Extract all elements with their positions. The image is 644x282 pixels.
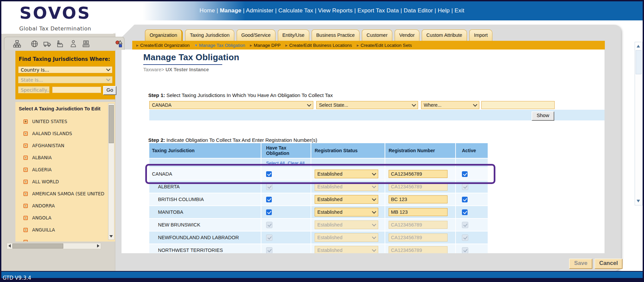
list-item[interactable]: ALL WORLD (23, 178, 59, 185)
list-item[interactable]: ANDORRA (23, 202, 55, 209)
tab-custom-attribute[interactable]: Custom Attribute (422, 29, 467, 41)
jurisdiction-cell: ALBERTA (149, 181, 261, 193)
regnum-cell (385, 206, 456, 218)
nav-manage[interactable]: Manage (215, 7, 241, 14)
step1-label-text: Select Taxing Jurisdictions In Which You… (166, 92, 333, 98)
scrollbar-thumb[interactable] (109, 105, 114, 143)
list-item-united-states[interactable]: +UNITED STATES (23, 118, 67, 125)
tab-entity-use[interactable]: Entity/Use (278, 29, 309, 41)
active-cell (456, 219, 488, 231)
list-item[interactable]: AALAND ISLANDS (23, 130, 72, 137)
list-item[interactable]: AMERICAN SAMOA (SEE UNITED (23, 190, 104, 197)
list-item[interactable]: ALBANIA (23, 154, 52, 161)
list-item[interactable] (23, 239, 32, 242)
tab-import[interactable]: Import (469, 29, 492, 41)
globe-icon[interactable] (30, 40, 38, 48)
select-all-link[interactable]: Select All (266, 161, 285, 166)
step1-country-select[interactable]: CANADA (149, 101, 313, 109)
tab-vendor[interactable]: Vendor (395, 29, 419, 41)
cancel-button[interactable]: Cancel (594, 259, 623, 269)
org-hierarchy-icon[interactable] (13, 40, 21, 48)
nav-exit[interactable]: Exit (450, 7, 465, 14)
registration-status-select[interactable]: Established (315, 195, 378, 204)
jurisdiction-label: NEWFOUNDLAND AND LABRADOR (158, 235, 239, 240)
scrollbar-thumb[interactable] (12, 244, 63, 249)
tab-taxing-jurisdiction[interactable]: Taxing Jurisdiction (185, 29, 234, 41)
active-checkbox[interactable] (462, 209, 468, 215)
active-checkbox[interactable] (462, 197, 468, 202)
status-cell: Established (311, 219, 385, 231)
breadcrumb-label: Create/Edit Organization (140, 43, 190, 48)
nav-home[interactable]: Home (199, 7, 215, 14)
active-cell (456, 231, 488, 244)
tab-customer[interactable]: Customer (362, 29, 392, 41)
have-tax-checkbox[interactable] (266, 171, 272, 177)
list-item-label: ALBANIA (32, 155, 52, 160)
breadcrumb-manage-dpp[interactable]: ▶Manage DPP (250, 43, 280, 48)
step1-where-select[interactable]: Where... (421, 101, 479, 109)
registration-status-select[interactable]: Established (315, 170, 378, 178)
nav-data-editor[interactable]: Data Editor (399, 7, 433, 14)
registration-status-select: Established (315, 182, 378, 191)
breadcrumb-create-edit-business-locations[interactable]: ▶Create/Edit Business Locations (285, 43, 352, 48)
scroll-down-arrow-icon[interactable] (109, 235, 113, 238)
truck-icon[interactable] (43, 40, 51, 48)
jurisdiction-label: MANITOBA (158, 209, 183, 215)
state-select: State Is... (18, 76, 112, 83)
nav-help[interactable]: Help (433, 7, 450, 14)
step1-filter-input[interactable] (481, 101, 555, 109)
page-vertical-scrollbar[interactable] (635, 42, 643, 205)
registration-status-select[interactable]: Established (315, 208, 378, 216)
nav-administer[interactable]: Administer (241, 7, 273, 14)
cash-register-icon[interactable] (82, 40, 90, 48)
factory-icon[interactable] (57, 40, 65, 48)
registration-number-input[interactable] (389, 195, 448, 203)
arrow-right-icon: ▶ (357, 43, 359, 47)
save-button[interactable]: Save (569, 259, 592, 269)
have-tax-checkbox[interactable] (266, 209, 272, 215)
nav-export-tax-data[interactable]: Export Tax Data (352, 7, 399, 14)
step1-state-select[interactable]: Select State... (316, 101, 418, 109)
registration-number-input[interactable] (389, 208, 448, 216)
list-item[interactable]: AFGHANISTAN (23, 142, 64, 149)
leaf-dot-icon (23, 228, 28, 232)
nav-calculate-tax[interactable]: Calculate Tax (273, 7, 313, 14)
scroll-down-arrow-icon[interactable] (637, 200, 640, 202)
list-horizontal-scrollbar[interactable] (7, 243, 101, 249)
have-tax-checkbox[interactable] (266, 197, 272, 202)
breadcrumb-manage-tax-obligation[interactable]: ▼Manage Tax Obligation (194, 43, 245, 48)
show-button[interactable]: Show (532, 111, 554, 121)
scrollbar-thumb[interactable] (636, 50, 642, 74)
list-vertical-scrollbar[interactable] (108, 103, 114, 240)
tab-good-service[interactable]: Good/Service (237, 29, 275, 41)
breadcrumb-label: Manage DPP (254, 43, 280, 48)
nav-view-reports[interactable]: View Reports (313, 7, 353, 14)
table-row-british-columbia: BRITISH COLUMBIA Established (149, 193, 488, 206)
active-checkbox (462, 247, 468, 254)
country-select[interactable]: Country Is... (18, 66, 112, 73)
table-row-northwest-territories: NORTHWEST TERRITORIES Established (149, 244, 488, 253)
list-item[interactable]: ALGERIA (23, 166, 52, 173)
list-item[interactable]: ANGUILLA (23, 226, 55, 233)
find-search-input[interactable] (52, 87, 101, 93)
go-button[interactable]: Go (103, 86, 116, 95)
scroll-right-arrow-icon[interactable] (97, 244, 99, 248)
list-item[interactable]: ANGOLA (23, 214, 52, 221)
tab-business-practice[interactable]: Business Practice (312, 29, 359, 41)
have-tax-cell (261, 206, 311, 218)
clear-all-link[interactable]: Clear All (288, 161, 305, 166)
shapes-icon[interactable] (115, 40, 123, 48)
tab-organization[interactable]: Organization (145, 29, 183, 41)
breadcrumb-create-edit-organization[interactable]: ▶Create/Edit Organization (136, 43, 190, 48)
expand-plus-icon[interactable]: + (23, 119, 28, 124)
active-cell (456, 168, 488, 180)
breadcrumb-create-edit-location-sets[interactable]: ▶Create/Edit Location Sets (357, 43, 412, 48)
active-checkbox[interactable] (462, 171, 468, 177)
person-icon[interactable] (69, 40, 77, 48)
chevron-down-icon (372, 222, 376, 226)
status-cell: Established (311, 193, 385, 205)
registration-number-input[interactable] (389, 170, 448, 178)
scroll-up-arrow-icon[interactable] (637, 45, 640, 48)
scroll-left-arrow-icon[interactable] (8, 244, 11, 248)
jurisdiction-label: CANADA (152, 171, 172, 177)
